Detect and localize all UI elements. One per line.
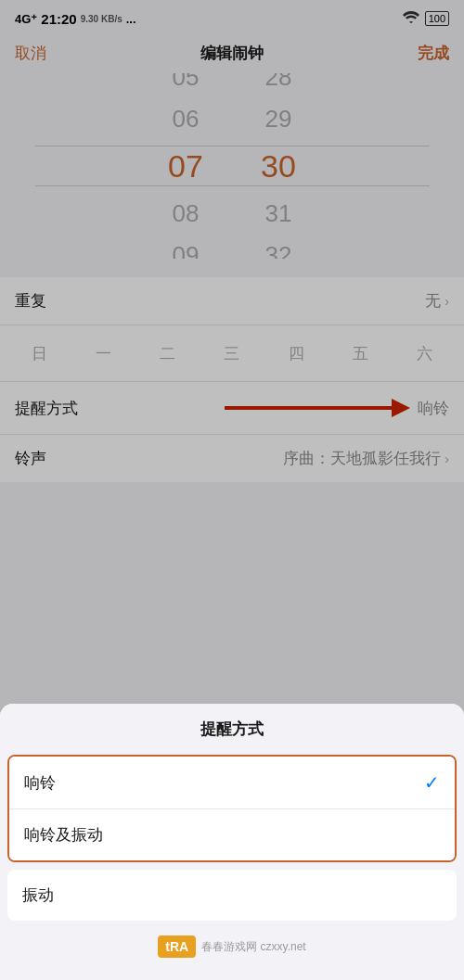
modal-sheet: 提醒方式 响铃 ✓ 响铃及振动 振动 tRA 春春游戏网 czxxy.net: [0, 704, 464, 980]
modal-options-other: 振动: [7, 870, 457, 921]
modal-title: 提醒方式: [0, 704, 464, 755]
watermark-area: tRA 春春游戏网 czxxy.net: [0, 921, 464, 961]
option-ring-vibrate-label: 响铃及振动: [24, 824, 103, 846]
option-vibrate-label: 振动: [22, 885, 54, 906]
option-ring-vibrate[interactable]: 响铃及振动: [9, 809, 455, 860]
option-vibrate[interactable]: 振动: [7, 870, 457, 921]
option-ring[interactable]: 响铃 ✓: [9, 757, 455, 809]
modal-overlay[interactable]: 提醒方式 响铃 ✓ 响铃及振动 振动 tRA 春春游戏网 czxxy.net: [0, 0, 464, 980]
modal-options-selected: 响铃 ✓ 响铃及振动: [7, 755, 457, 862]
watermark-badge: tRA: [158, 935, 196, 958]
check-mark-icon: ✓: [424, 771, 440, 794]
option-ring-label: 响铃: [24, 772, 56, 794]
watermark-site: 春春游戏网 czxxy.net: [201, 939, 305, 955]
